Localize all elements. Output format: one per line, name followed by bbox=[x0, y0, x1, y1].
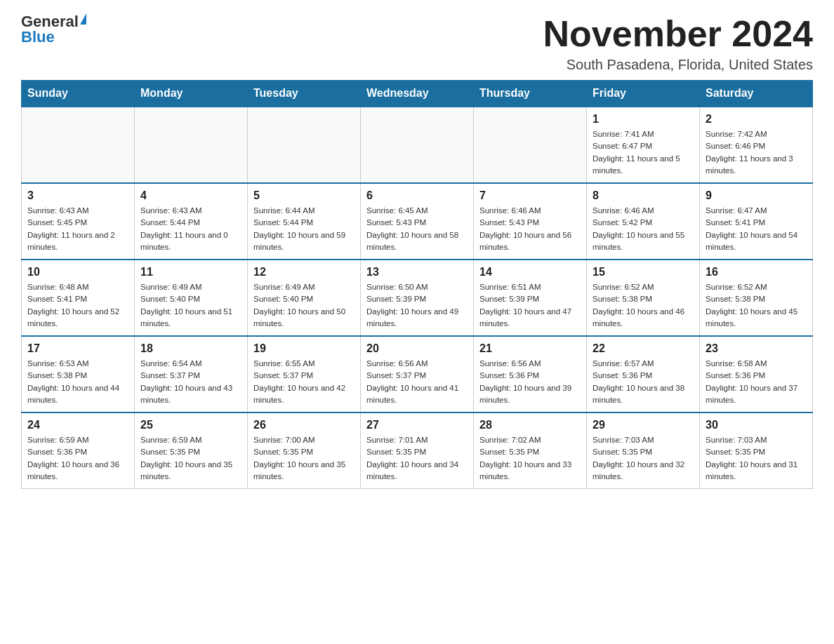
calendar-cell: 5Sunrise: 6:44 AM Sunset: 5:44 PM Daylig… bbox=[248, 183, 361, 260]
logo-triangle-icon bbox=[80, 13, 86, 25]
day-info: Sunrise: 6:54 AM Sunset: 5:37 PM Dayligh… bbox=[140, 358, 241, 406]
calendar-cell: 18Sunrise: 6:54 AM Sunset: 5:37 PM Dayli… bbox=[135, 336, 248, 412]
calendar-table: SundayMondayTuesdayWednesdayThursdayFrid… bbox=[21, 80, 813, 489]
calendar-cell: 15Sunrise: 6:52 AM Sunset: 5:38 PM Dayli… bbox=[587, 260, 700, 336]
day-number: 3 bbox=[27, 189, 128, 202]
calendar-subtitle: South Pasadena, Florida, United States bbox=[543, 57, 813, 73]
day-info: Sunrise: 7:03 AM Sunset: 5:35 PM Dayligh… bbox=[706, 434, 807, 483]
calendar-cell: 23Sunrise: 6:58 AM Sunset: 5:36 PM Dayli… bbox=[700, 336, 813, 412]
week-row-3: 10Sunrise: 6:48 AM Sunset: 5:41 PM Dayli… bbox=[22, 260, 813, 336]
calendar-cell bbox=[361, 107, 474, 184]
day-number: 30 bbox=[706, 419, 807, 431]
day-info: Sunrise: 6:59 AM Sunset: 5:35 PM Dayligh… bbox=[140, 434, 241, 483]
day-number: 24 bbox=[27, 419, 128, 431]
day-info: Sunrise: 7:00 AM Sunset: 5:35 PM Dayligh… bbox=[253, 434, 355, 483]
day-info: Sunrise: 6:43 AM Sunset: 5:45 PM Dayligh… bbox=[27, 205, 128, 253]
day-number: 12 bbox=[253, 266, 355, 279]
day-info: Sunrise: 6:48 AM Sunset: 5:41 PM Dayligh… bbox=[27, 281, 128, 330]
calendar-cell: 4Sunrise: 6:43 AM Sunset: 5:44 PM Daylig… bbox=[135, 183, 248, 260]
calendar-cell: 13Sunrise: 6:50 AM Sunset: 5:39 PM Dayli… bbox=[361, 260, 474, 336]
day-info: Sunrise: 6:59 AM Sunset: 5:36 PM Dayligh… bbox=[27, 434, 128, 483]
day-number: 22 bbox=[593, 342, 694, 355]
calendar-cell: 3Sunrise: 6:43 AM Sunset: 5:45 PM Daylig… bbox=[22, 183, 135, 260]
day-info: Sunrise: 6:58 AM Sunset: 5:36 PM Dayligh… bbox=[706, 358, 807, 406]
header-day-saturday: Saturday bbox=[700, 80, 813, 107]
day-info: Sunrise: 6:43 AM Sunset: 5:44 PM Dayligh… bbox=[140, 205, 241, 253]
calendar-cell: 8Sunrise: 6:46 AM Sunset: 5:42 PM Daylig… bbox=[587, 183, 700, 260]
calendar-cell: 11Sunrise: 6:49 AM Sunset: 5:40 PM Dayli… bbox=[135, 260, 248, 336]
day-number: 8 bbox=[593, 189, 694, 202]
calendar-cell: 21Sunrise: 6:56 AM Sunset: 5:36 PM Dayli… bbox=[474, 336, 587, 412]
day-info: Sunrise: 6:49 AM Sunset: 5:40 PM Dayligh… bbox=[140, 281, 241, 330]
header-row: SundayMondayTuesdayWednesdayThursdayFrid… bbox=[22, 80, 813, 107]
day-number: 10 bbox=[27, 266, 128, 279]
day-info: Sunrise: 6:53 AM Sunset: 5:38 PM Dayligh… bbox=[27, 358, 128, 406]
calendar-cell: 7Sunrise: 6:46 AM Sunset: 5:43 PM Daylig… bbox=[474, 183, 587, 260]
day-info: Sunrise: 7:01 AM Sunset: 5:35 PM Dayligh… bbox=[366, 434, 468, 483]
calendar-cell: 24Sunrise: 6:59 AM Sunset: 5:36 PM Dayli… bbox=[22, 412, 135, 489]
day-number: 6 bbox=[366, 189, 468, 202]
day-info: Sunrise: 6:46 AM Sunset: 5:43 PM Dayligh… bbox=[479, 205, 581, 253]
header-day-wednesday: Wednesday bbox=[361, 80, 474, 107]
week-row-2: 3Sunrise: 6:43 AM Sunset: 5:45 PM Daylig… bbox=[22, 183, 813, 260]
calendar-cell: 14Sunrise: 6:51 AM Sunset: 5:39 PM Dayli… bbox=[474, 260, 587, 336]
day-number: 11 bbox=[140, 266, 241, 279]
calendar-cell: 6Sunrise: 6:45 AM Sunset: 5:43 PM Daylig… bbox=[361, 183, 474, 260]
day-info: Sunrise: 6:44 AM Sunset: 5:44 PM Dayligh… bbox=[253, 205, 355, 253]
calendar-body: 1Sunrise: 7:41 AM Sunset: 6:47 PM Daylig… bbox=[22, 107, 813, 489]
day-info: Sunrise: 6:45 AM Sunset: 5:43 PM Dayligh… bbox=[366, 205, 468, 253]
day-info: Sunrise: 7:42 AM Sunset: 6:46 PM Dayligh… bbox=[706, 128, 807, 177]
calendar-cell: 9Sunrise: 6:47 AM Sunset: 5:41 PM Daylig… bbox=[700, 183, 813, 260]
calendar-cell: 20Sunrise: 6:56 AM Sunset: 5:37 PM Dayli… bbox=[361, 336, 474, 412]
day-info: Sunrise: 6:56 AM Sunset: 5:36 PM Dayligh… bbox=[479, 358, 581, 406]
calendar-cell: 19Sunrise: 6:55 AM Sunset: 5:37 PM Dayli… bbox=[248, 336, 361, 412]
calendar-cell: 1Sunrise: 7:41 AM Sunset: 6:47 PM Daylig… bbox=[587, 107, 700, 184]
calendar-cell bbox=[135, 107, 248, 184]
day-info: Sunrise: 6:56 AM Sunset: 5:37 PM Dayligh… bbox=[366, 358, 468, 406]
day-number: 13 bbox=[366, 266, 468, 279]
day-info: Sunrise: 7:02 AM Sunset: 5:35 PM Dayligh… bbox=[479, 434, 581, 483]
day-number: 16 bbox=[706, 266, 807, 279]
day-number: 17 bbox=[27, 342, 128, 355]
week-row-1: 1Sunrise: 7:41 AM Sunset: 6:47 PM Daylig… bbox=[22, 107, 813, 184]
logo: General Blue bbox=[21, 14, 86, 45]
calendar-cell: 25Sunrise: 6:59 AM Sunset: 5:35 PM Dayli… bbox=[135, 412, 248, 489]
calendar-cell: 27Sunrise: 7:01 AM Sunset: 5:35 PM Dayli… bbox=[361, 412, 474, 489]
day-number: 15 bbox=[593, 266, 694, 279]
calendar-cell: 2Sunrise: 7:42 AM Sunset: 6:46 PM Daylig… bbox=[700, 107, 813, 184]
day-number: 25 bbox=[140, 419, 241, 431]
day-number: 2 bbox=[706, 113, 807, 126]
header-day-thursday: Thursday bbox=[474, 80, 587, 107]
day-number: 18 bbox=[140, 342, 241, 355]
header-day-tuesday: Tuesday bbox=[248, 80, 361, 107]
day-number: 9 bbox=[706, 189, 807, 202]
calendar-cell: 12Sunrise: 6:49 AM Sunset: 5:40 PM Dayli… bbox=[248, 260, 361, 336]
day-number: 23 bbox=[706, 342, 807, 355]
day-info: Sunrise: 7:41 AM Sunset: 6:47 PM Dayligh… bbox=[593, 128, 694, 177]
calendar-header: SundayMondayTuesdayWednesdayThursdayFrid… bbox=[22, 80, 813, 107]
day-number: 14 bbox=[479, 266, 581, 279]
calendar-cell: 10Sunrise: 6:48 AM Sunset: 5:41 PM Dayli… bbox=[22, 260, 135, 336]
calendar-cell: 26Sunrise: 7:00 AM Sunset: 5:35 PM Dayli… bbox=[248, 412, 361, 489]
day-number: 20 bbox=[366, 342, 468, 355]
day-info: Sunrise: 6:57 AM Sunset: 5:36 PM Dayligh… bbox=[593, 358, 694, 406]
day-number: 4 bbox=[140, 189, 241, 202]
day-number: 21 bbox=[479, 342, 581, 355]
calendar-cell: 29Sunrise: 7:03 AM Sunset: 5:35 PM Dayli… bbox=[587, 412, 700, 489]
day-info: Sunrise: 6:55 AM Sunset: 5:37 PM Dayligh… bbox=[253, 358, 355, 406]
calendar-cell bbox=[474, 107, 587, 184]
day-number: 28 bbox=[479, 419, 581, 431]
day-number: 29 bbox=[593, 419, 694, 431]
day-info: Sunrise: 6:49 AM Sunset: 5:40 PM Dayligh… bbox=[253, 281, 355, 330]
calendar-cell: 17Sunrise: 6:53 AM Sunset: 5:38 PM Dayli… bbox=[22, 336, 135, 412]
day-number: 19 bbox=[253, 342, 355, 355]
calendar-cell: 22Sunrise: 6:57 AM Sunset: 5:36 PM Dayli… bbox=[587, 336, 700, 412]
day-number: 1 bbox=[593, 113, 694, 126]
day-info: Sunrise: 6:50 AM Sunset: 5:39 PM Dayligh… bbox=[366, 281, 468, 330]
calendar-title: November 2024 bbox=[543, 14, 813, 54]
logo-general-text: General bbox=[21, 14, 79, 29]
day-number: 7 bbox=[479, 189, 581, 202]
day-number: 5 bbox=[253, 189, 355, 202]
header-day-friday: Friday bbox=[587, 80, 700, 107]
calendar-cell: 28Sunrise: 7:02 AM Sunset: 5:35 PM Dayli… bbox=[474, 412, 587, 489]
